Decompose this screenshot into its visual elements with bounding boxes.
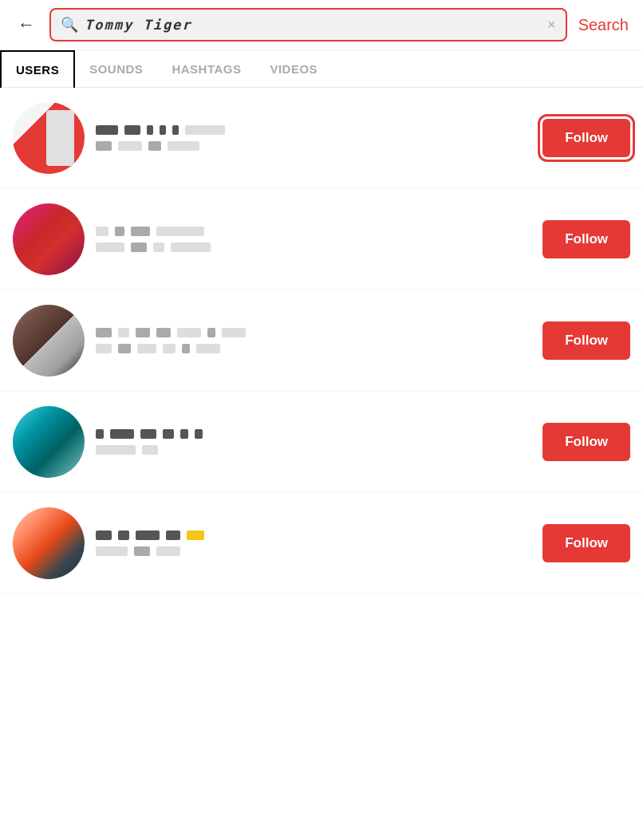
tabs-bar: USERS SOUNDS HASHTAGS VIDEOS <box>0 50 643 88</box>
user-sub-line <box>96 141 531 151</box>
avatar <box>13 305 85 377</box>
user-sub-line <box>96 344 531 353</box>
clear-button[interactable]: × <box>547 17 556 34</box>
follow-button[interactable]: Follow <box>542 423 630 461</box>
follow-button[interactable]: Follow <box>542 524 630 562</box>
avatar <box>13 507 85 579</box>
list-item: Follow <box>0 290 643 392</box>
search-input[interactable] <box>85 17 541 33</box>
follow-button[interactable]: Follow <box>542 119 630 157</box>
username-line <box>96 530 531 540</box>
search-button[interactable]: Search <box>575 16 632 34</box>
username-line <box>96 328 531 337</box>
username-line <box>96 125 531 135</box>
user-info <box>96 125 531 151</box>
header: ← 🔍 × Search <box>0 0 643 50</box>
follow-button[interactable]: Follow <box>542 321 630 360</box>
avatar <box>13 102 85 174</box>
username-line <box>96 429 531 439</box>
tab-videos[interactable]: VIDEOS <box>255 51 332 87</box>
tab-sounds[interactable]: SOUNDS <box>75 51 157 87</box>
list-item: Follow <box>0 189 643 290</box>
user-sub-line <box>96 243 531 252</box>
list-item: Follow <box>0 493 643 594</box>
follow-button[interactable]: Follow <box>542 220 630 258</box>
search-bar: 🔍 × <box>49 8 567 41</box>
user-info <box>96 429 531 455</box>
back-button[interactable]: ← <box>11 11 41 38</box>
user-info <box>96 530 531 556</box>
user-info <box>96 328 531 353</box>
user-info <box>96 227 531 252</box>
tab-users[interactable]: USERS <box>0 50 75 88</box>
search-icon: 🔍 <box>61 16 78 34</box>
user-sub-line <box>96 445 531 455</box>
avatar <box>13 406 85 478</box>
list-item: Follow <box>0 392 643 493</box>
user-list: Follow Follow <box>0 88 643 594</box>
list-item: Follow <box>0 88 643 189</box>
username-line <box>96 227 531 236</box>
user-sub-line <box>96 546 531 556</box>
tab-hashtags[interactable]: HASHTAGS <box>157 51 255 87</box>
avatar <box>13 203 85 275</box>
